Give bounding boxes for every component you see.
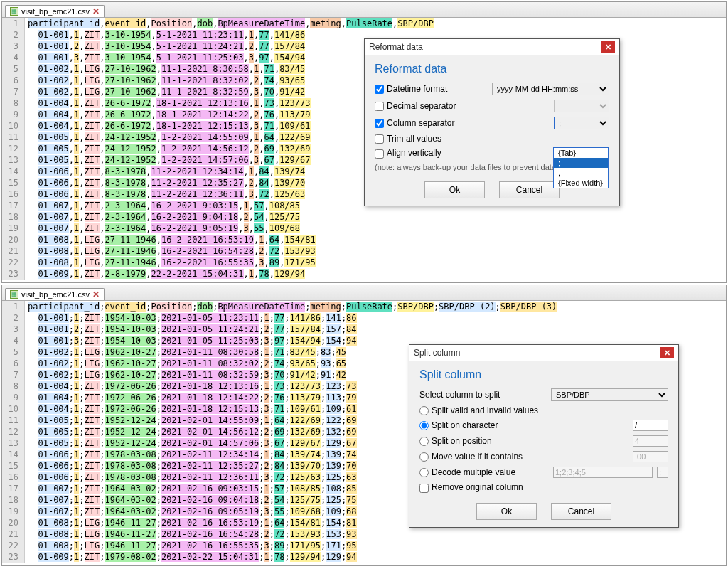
dialog-titlebar[interactable]: Reformat data ✕	[365, 39, 619, 55]
cancel-button[interactable]: Cancel	[551, 503, 611, 520]
tab-label: visit_bp_emc21.csv	[21, 7, 90, 16]
decimal-select	[554, 100, 609, 112]
colsep-checkbox[interactable]: Column separator	[375, 118, 550, 128]
colsep-select[interactable]: ;	[554, 117, 609, 129]
line-gutter-bottom: 1234567891011121314151617181920212223	[2, 301, 25, 563]
dropdown-item[interactable]: {Tab}	[554, 148, 608, 158]
file-tab[interactable]: ▦ visit_bp_emc21.csv ✕	[5, 5, 105, 17]
split-pos-radio[interactable]: Split on position	[419, 436, 628, 446]
ok-button[interactable]: Ok	[424, 181, 485, 198]
tab-bar-bottom: ▦ visit_bp_emc21.csv ✕	[2, 285, 726, 301]
dialog-title: Split column	[414, 348, 460, 358]
tab-bar-top: ▦ visit_bp_emc21.csv ✕	[2, 2, 726, 18]
decode-sep-input	[657, 467, 668, 478]
datetime-format-select[interactable]: yyyy-MM-dd HH:mm:ss	[492, 83, 609, 95]
datetime-checkbox[interactable]: Datetime format	[375, 84, 488, 94]
file-tab[interactable]: ▦ visit_bp_emc21.csv ✕	[5, 288, 105, 300]
ok-button[interactable]: Ok	[476, 503, 537, 520]
split-char-input[interactable]	[633, 420, 668, 431]
split-char-radio[interactable]: Split on character	[419, 420, 628, 430]
dialog-heading: Reformat data	[375, 63, 609, 75]
colsep-dropdown[interactable]: {Tab} ; , {Fixed width}	[553, 147, 609, 188]
csv-file-icon: ▦	[10, 7, 18, 16]
dropdown-item[interactable]: {Fixed width}	[554, 178, 608, 188]
decode-radio[interactable]: Decode multiple value	[419, 467, 549, 477]
tab-label: visit_bp_emc21.csv	[21, 290, 90, 299]
close-tab-icon[interactable]: ✕	[92, 7, 100, 16]
dialog-title: Reformat data	[369, 42, 423, 52]
csv-file-icon: ▦	[10, 290, 18, 299]
move-value-radio[interactable]: Move value if it contains	[419, 452, 628, 462]
close-tab-icon[interactable]: ✕	[92, 290, 100, 299]
dialog-titlebar[interactable]: Split column ✕	[410, 345, 678, 361]
close-dialog-icon[interactable]: ✕	[601, 41, 615, 53]
trim-checkbox[interactable]: Trim all values	[375, 134, 609, 144]
split-pos-input	[633, 435, 668, 447]
split-dialog: Split column ✕ Split column Select colum…	[409, 344, 679, 528]
select-column-label: Select column to split	[419, 390, 547, 400]
dropdown-item[interactable]: ,	[554, 168, 608, 178]
decimal-checkbox[interactable]: Decimal separator	[375, 101, 550, 111]
dialog-heading: Split column	[419, 368, 668, 381]
dropdown-item[interactable]: ;	[554, 158, 608, 168]
close-dialog-icon[interactable]: ✕	[660, 347, 674, 358]
line-gutter-top: 1234567891011121314151617181920212223	[2, 18, 25, 280]
column-select[interactable]: SBP/DBP	[551, 388, 668, 401]
decode-input	[553, 467, 653, 478]
cancel-button[interactable]: Cancel	[499, 181, 560, 198]
move-value-input	[633, 451, 668, 462]
remove-col-checkbox[interactable]: Remove original column	[419, 482, 668, 492]
split-valid-radio[interactable]: Split valid and invalid values	[419, 405, 668, 415]
